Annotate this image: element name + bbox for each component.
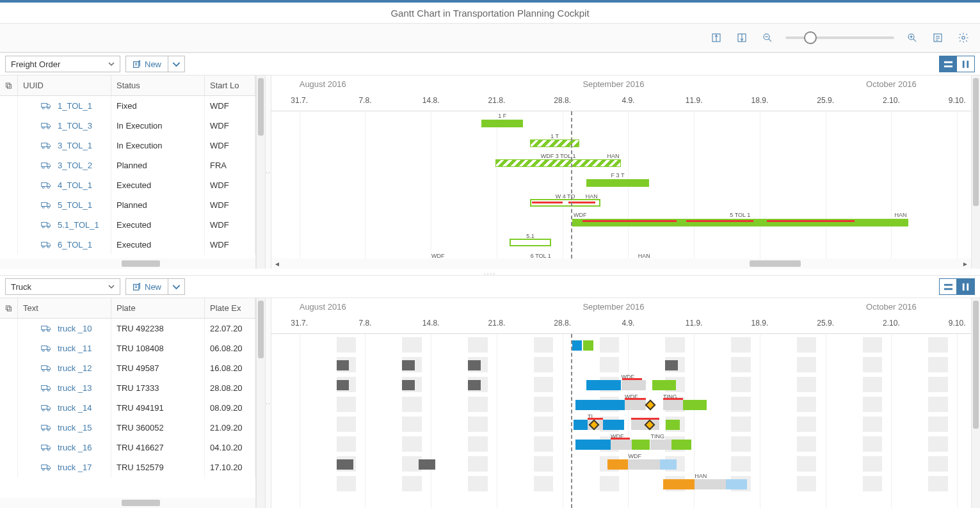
truck-link[interactable]: truck _16 xyxy=(58,443,92,452)
gantt-bar[interactable]: HAN xyxy=(695,479,726,489)
fo-gantt[interactable]: August 2016September 2016October 201631.… xyxy=(271,75,971,269)
col-text[interactable]: Text xyxy=(18,298,111,318)
milestone-icon[interactable] xyxy=(645,400,655,411)
gantt-bar[interactable] xyxy=(603,420,624,430)
gantt-bar[interactable] xyxy=(402,360,415,370)
seg-view-a[interactable] xyxy=(939,56,957,72)
table-row[interactable]: truck _11TRU 10840806.08.20 xyxy=(0,338,255,358)
uuid-link[interactable]: 5_TOL_1 xyxy=(58,200,92,210)
select-all-icon[interactable] xyxy=(0,75,18,95)
seg-view-b-b[interactable] xyxy=(957,278,975,295)
table-row[interactable]: truck _12TRU 4958716.08.20 xyxy=(0,358,255,378)
gantt-bar[interactable]: WDF xyxy=(628,459,659,470)
table-row[interactable]: 3_TOL_1In ExecutionWDF xyxy=(0,136,255,155)
truck-link[interactable]: truck _10 xyxy=(58,324,92,333)
fo-gantt-v-scroll[interactable] xyxy=(971,75,980,269)
table-row[interactable]: 1_TOL_1FixedWDF xyxy=(0,96,255,116)
fo-v-scroll[interactable] xyxy=(256,75,265,269)
gantt-bar[interactable] xyxy=(666,420,680,430)
table-row[interactable]: truck _16TRU 41662704.10.20 xyxy=(0,438,255,457)
table-row[interactable]: 5.1_TOL_1ExecutedWDF xyxy=(0,215,255,235)
truck-gantt[interactable]: August 2016September 2016October 201631.… xyxy=(271,298,971,508)
table-row[interactable]: 1_TOL_3In ExecutionWDF xyxy=(0,116,255,136)
gantt-bar[interactable] xyxy=(337,380,349,390)
col-plate[interactable]: Plate xyxy=(111,298,205,318)
h-scroll-b[interactable] xyxy=(122,500,160,506)
gantt-bar[interactable]: TING xyxy=(663,400,683,410)
gantt-bar[interactable]: WDF 3 TOL 1HAN xyxy=(495,159,622,167)
gantt-bar[interactable]: TING xyxy=(650,440,671,450)
gantt-bar[interactable] xyxy=(572,340,582,351)
col-start[interactable]: Start Lo xyxy=(205,75,255,95)
table-row[interactable]: truck _14TRU 49419108.09.20 xyxy=(0,398,255,418)
h-scroll[interactable] xyxy=(122,260,160,267)
layout-segment-top[interactable] xyxy=(939,56,975,72)
zoom-slider[interactable] xyxy=(785,36,894,39)
zoom-in-icon[interactable] xyxy=(904,30,920,45)
truck-link[interactable]: truck _15 xyxy=(58,423,92,433)
table-row[interactable]: 6_TOL_1ExecutedWDF xyxy=(0,235,255,255)
scroll-right-icon[interactable]: ► xyxy=(962,260,968,267)
gantt-bar[interactable] xyxy=(468,360,481,370)
gantt-bar[interactable] xyxy=(665,360,678,370)
table-row[interactable]: truck _17TRU 15257917.10.20 xyxy=(0,457,255,477)
truck-link[interactable]: truck _14 xyxy=(58,403,92,413)
uuid-link[interactable]: 3_TOL_1 xyxy=(58,141,92,150)
gantt-bar[interactable]: WDF xyxy=(622,380,646,390)
uuid-link[interactable]: 5.1_TOL_1 xyxy=(58,220,99,230)
expand-out-icon[interactable] xyxy=(734,30,750,45)
settings-icon[interactable] xyxy=(956,30,971,45)
new-button[interactable]: New xyxy=(125,56,168,72)
table-row[interactable]: truck _13TRU 1733328.08.20 xyxy=(0,378,255,398)
gantt-bar[interactable] xyxy=(632,440,650,450)
select-all-icon-b[interactable] xyxy=(0,298,18,318)
fo-type-dropdown[interactable]: Freight Order xyxy=(5,56,120,72)
gantt-bar[interactable] xyxy=(419,459,435,470)
truck-link[interactable]: truck _13 xyxy=(58,383,92,393)
gantt-bar[interactable] xyxy=(683,400,707,410)
gantt-bar[interactable] xyxy=(663,479,695,489)
gantt-bar[interactable] xyxy=(575,400,625,410)
gantt-bar[interactable] xyxy=(652,380,676,390)
uuid-link[interactable]: 6_TOL_1 xyxy=(58,240,92,250)
layout-segment-bottom[interactable] xyxy=(939,278,975,295)
expand-in-icon[interactable] xyxy=(709,30,724,45)
gantt-bar[interactable]: WDF5 TOL 1HAN xyxy=(572,219,908,226)
uuid-link[interactable]: 4_TOL_1 xyxy=(58,180,92,190)
gantt-bar[interactable] xyxy=(671,440,691,450)
truck-link[interactable]: truck _12 xyxy=(58,363,92,373)
truck-type-dropdown[interactable]: Truck xyxy=(5,278,120,295)
col-uuid[interactable]: UUID xyxy=(18,75,111,95)
gantt-bar[interactable] xyxy=(726,479,747,489)
gantt-bar[interactable] xyxy=(583,340,593,351)
v-splitter[interactable] xyxy=(0,269,980,275)
gantt-bar[interactable]: 1 F xyxy=(481,120,524,127)
table-row[interactable]: 5_TOL_1PlannedWDF xyxy=(0,195,255,215)
scroll-left-icon[interactable]: ◄ xyxy=(274,260,280,267)
col-plate-exp[interactable]: Plate Ex xyxy=(205,298,255,318)
new-dropdown[interactable] xyxy=(168,56,185,72)
uuid-link[interactable]: 3_TOL_2 xyxy=(58,161,92,170)
truck-link[interactable]: truck _17 xyxy=(58,463,92,472)
gantt-bar[interactable] xyxy=(660,459,677,470)
seg-view-a-b[interactable] xyxy=(939,278,957,295)
table-row[interactable]: 4_TOL_1ExecutedWDF xyxy=(0,175,255,195)
gantt-bar[interactable] xyxy=(607,459,629,470)
legend-icon[interactable] xyxy=(930,30,945,45)
gantt-bar[interactable]: F 3 T xyxy=(586,179,649,187)
truck-gantt-v-scroll[interactable] xyxy=(971,298,980,508)
zoom-out-icon[interactable] xyxy=(760,30,775,45)
gantt-bar[interactable]: WDF xyxy=(611,440,632,450)
new-dropdown-b[interactable] xyxy=(168,278,185,295)
gantt-h-scroll[interactable] xyxy=(750,260,801,267)
seg-view-b[interactable] xyxy=(957,56,975,72)
new-button-b[interactable]: New xyxy=(125,278,168,295)
gantt-bar[interactable] xyxy=(337,360,349,370)
gantt-bar[interactable] xyxy=(468,380,481,390)
gantt-bar[interactable]: W 4 TOHAN xyxy=(530,199,600,207)
truck-link[interactable]: truck _11 xyxy=(58,344,92,353)
gantt-bar[interactable] xyxy=(586,380,622,390)
gantt-bar[interactable] xyxy=(575,440,611,450)
table-row[interactable]: truck _15TRU 36005221.09.20 xyxy=(0,418,255,438)
gantt-bar[interactable] xyxy=(574,420,588,430)
